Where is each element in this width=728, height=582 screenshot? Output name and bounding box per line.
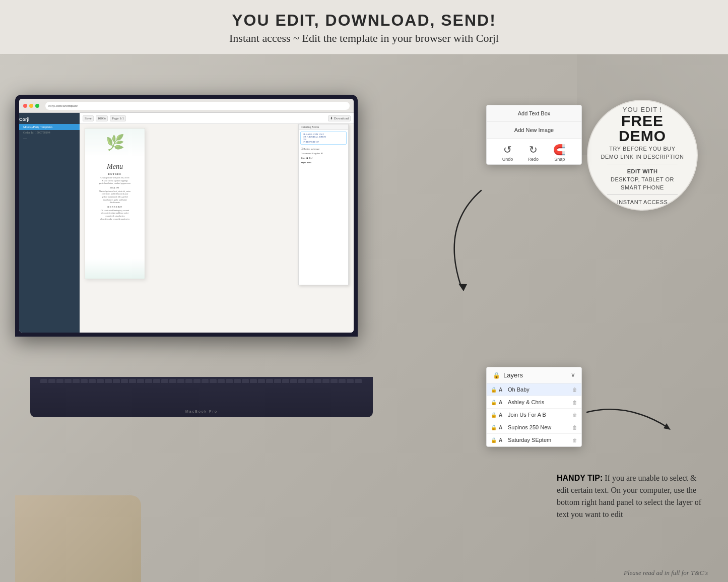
layer-row-1[interactable]: 🔒 A Ashley & Chris 🗑: [487, 396, 581, 409]
key: [121, 379, 128, 384]
key: [234, 379, 241, 384]
snap-label: Snap: [553, 157, 566, 162]
laptop-keyboard: MacBook Pro: [30, 377, 373, 417]
ep-color-swatch[interactable]: ■: [306, 157, 308, 159]
toolbar-save[interactable]: Save: [83, 115, 94, 121]
layer-name-4: Saturday SEptem: [508, 437, 570, 443]
sidebar-item-1[interactable]: —: [19, 135, 80, 142]
snap-icon[interactable]: 🧲: [553, 144, 566, 156]
ep-bold[interactable]: B: [309, 157, 310, 159]
toolbar-zoom[interactable]: 100%: [96, 115, 108, 121]
browser-minimize-btn[interactable]: [29, 104, 33, 108]
circle-divider-2: [607, 195, 678, 195]
laptop-screen-outer: corjl.com/d/template Corjl MoocayParty T…: [15, 95, 358, 337]
banner-subtitle: Instant access ~ Edit the template in yo…: [0, 32, 728, 45]
redo-label: Redo: [527, 157, 539, 162]
key: [266, 379, 273, 384]
key: [347, 379, 354, 384]
sidebar-item-templates[interactable]: MoocayParty Templates: [19, 124, 80, 130]
menu-title: Menu: [89, 163, 141, 171]
floral-decoration-bottom: [85, 258, 145, 279]
layer-name-2: Join Us For A B: [508, 412, 570, 418]
floral-decoration-top: 🌿: [85, 128, 145, 156]
layer-name-3: Supinos 250 New: [508, 424, 570, 430]
layer-lock-icon-3: 🔒: [491, 425, 497, 430]
key: [97, 379, 104, 384]
menu-entree-text: Crispy porcini with pork roll, sweet& so…: [89, 176, 141, 185]
ep-italic[interactable]: I: [311, 157, 312, 159]
url-text: corjl.com/d/template: [48, 104, 78, 108]
browser-address-bar[interactable]: corjl.com/d/template: [45, 102, 350, 110]
layer-name-0: Oh Baby: [508, 386, 570, 393]
key: [242, 379, 249, 384]
ep-size[interactable]: 14pt: [301, 157, 305, 159]
redo-icon[interactable]: ↻: [527, 144, 539, 156]
layer-row-0[interactable]: 🔒 A Oh Baby 🗑: [487, 383, 581, 396]
top-banner: YOU EDIT, DOWNLOAD, SEND! Instant access…: [0, 0, 728, 54]
add-text-box-button[interactable]: Add Text Box: [487, 105, 581, 122]
key: [250, 379, 257, 384]
svg-marker-1: [664, 423, 671, 430]
layer-name-1: Ashley & Chris: [508, 399, 570, 405]
browser-close-btn[interactable]: [23, 104, 27, 108]
key: [81, 379, 88, 384]
layer-type-1: A: [499, 400, 506, 405]
ep-font-controls: 14pt ■ B I: [299, 156, 348, 160]
layer-type-3: A: [499, 425, 506, 430]
layer-lock-icon-1: 🔒: [491, 400, 497, 405]
undo-icon[interactable]: ↺: [502, 144, 513, 156]
layer-row-4[interactable]: 🔒 A Saturday SEptem 🗑: [487, 434, 581, 446]
ep-selection-box[interactable]: PLEASE JOIN US FOR A BRIDAL BRUNCHIN HON…: [300, 132, 347, 145]
app-content: Corjl MoocayParty Templates Order Id: 15…: [19, 113, 354, 333]
key: [153, 379, 160, 384]
layer-type-2: A: [499, 412, 506, 418]
instant-access-label: INSTANT ACCESS: [617, 199, 668, 205]
key: [137, 379, 144, 384]
key: [355, 379, 362, 384]
ep-resize-image: ☐ Resize as image: [299, 146, 348, 151]
key: [113, 379, 120, 384]
key: [202, 379, 209, 384]
layer-row-2[interactable]: 🔒 A Join Us For A B 🗑: [487, 409, 581, 421]
layer-row-3[interactable]: 🔒 A Supinos 250 New 🗑: [487, 421, 581, 434]
arrow-panel-to-layers: [431, 185, 491, 296]
free-demo-label: FREE DEMO: [598, 113, 687, 144]
handy-tip-label: HANDY TIP:: [557, 474, 603, 482]
laptop: corjl.com/d/template Corjl MoocayParty T…: [15, 95, 358, 397]
layers-title-text: Layers: [503, 371, 523, 379]
add-new-image-button[interactable]: Add New Image: [487, 122, 581, 139]
key: [177, 379, 184, 384]
layer-type-4: A: [499, 437, 506, 443]
layer-type-0: A: [499, 387, 506, 393]
macbook-label: MacBook Pro: [185, 410, 218, 413]
layers-panel: 🔒 Layers ∨ 🔒 A Oh Baby 🗑 🔒 A Ashley & Ch…: [486, 367, 582, 447]
key: [314, 379, 321, 384]
key: [73, 379, 80, 384]
layer-delete-icon-0[interactable]: 🗑: [572, 387, 577, 393]
editor-panel: Catering Menu PLEASE JOIN US FOR A BRIDA…: [298, 124, 349, 285]
toolbar-download[interactable]: ⬇ Download: [328, 115, 351, 121]
key: [161, 379, 168, 384]
key: [48, 379, 55, 384]
laptop-screen: corjl.com/d/template Corjl MoocayParty T…: [19, 99, 354, 333]
key: [274, 379, 281, 384]
layers-chevron-icon[interactable]: ∨: [571, 371, 575, 379]
key: [339, 379, 346, 384]
toolbar-page[interactable]: Page 1/1: [110, 115, 126, 121]
snap-icon-item: 🧲 Snap: [553, 144, 566, 162]
key: [298, 379, 305, 384]
try-before-label: TRY BEFORE YOU BUY: [609, 146, 675, 152]
browser-maximize-btn[interactable]: [35, 104, 39, 108]
demo-link-label: DEMO LINK IN DESCRIPTION: [601, 154, 684, 160]
layer-lock-icon-2: 🔒: [491, 412, 497, 418]
layer-lock-icon-4: 🔒: [491, 437, 497, 443]
app-sidebar: Corjl MoocayParty Templates Order Id: 15…: [19, 113, 80, 333]
ep-font-select[interactable]: Garamond Regular ▼: [299, 151, 348, 156]
free-demo-circle: YOU EDIT ! FREE DEMO TRY BEFORE YOU BUY …: [587, 100, 698, 211]
hand-image: [15, 495, 141, 582]
menu-card: 🌿 Menu ENTRÉE Crispy porcini with pork r…: [85, 128, 145, 279]
smartphone-label: SMART PHONE: [621, 184, 664, 190]
key: [322, 379, 329, 384]
circle-divider-1: [607, 164, 678, 164]
key: [290, 379, 297, 384]
